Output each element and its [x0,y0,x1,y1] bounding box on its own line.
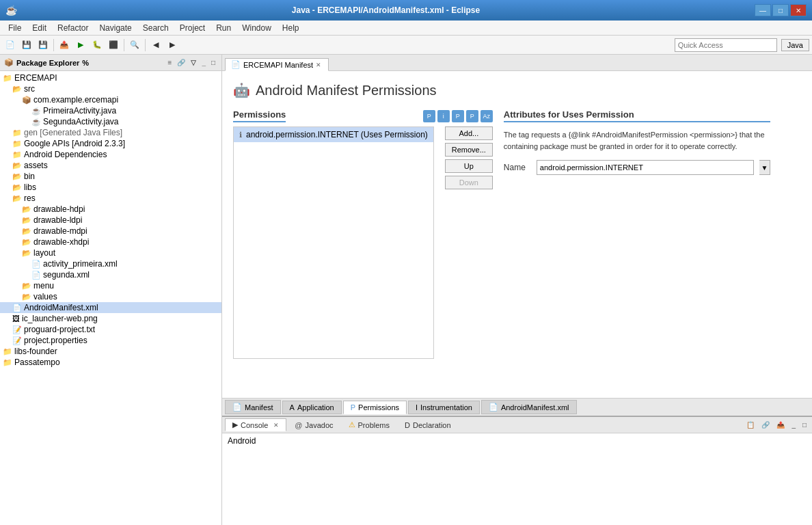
minimize-panel-button[interactable]: _ [200,58,208,67]
perm-icon-az[interactable]: Az [481,110,493,122]
console-tab-console[interactable]: ▶ Console ✕ [225,418,286,431]
tree-item[interactable]: 📂drawable-xhdpi [0,237,221,247]
perm-icon-p3[interactable]: P [466,110,478,122]
link-with-editor-button[interactable]: 🔗 [175,58,187,67]
title-bar: ☕ Java - ERCEMAPI/AndroidManifest.xml - … [0,0,812,21]
package-explorer-title: Package Explorer [16,59,79,67]
editor-bottom-tabs: 📄 Manifest A Application P Permissions I… [222,398,812,416]
up-permission-button[interactable]: Up [445,159,493,173]
tree-item[interactable]: 📂src [0,83,221,94]
tree-item-label: activity_primeira.xml [43,259,118,269]
tree-item[interactable]: ☕SegundaActivity.java [0,116,221,127]
toolbar-search[interactable]: 🔍 [127,38,142,53]
tree-item[interactable]: 📂drawable-hdpi [0,204,221,215]
tree-item[interactable]: ☕PrimeiraActivity.java [0,105,221,116]
console-tab-declaration[interactable]: D Declaration [398,420,458,431]
perm-icon-p2[interactable]: P [452,110,464,122]
tree-item[interactable]: 📁gen [Generated Java Files] [0,127,221,138]
tree-item[interactable]: 📝proguard-project.txt [0,324,221,335]
tree-item[interactable]: 📂assets [0,160,221,171]
toolbar-debug[interactable]: 🐛 [90,38,105,53]
tree-item[interactable]: 📝project.properties [0,335,221,346]
bottom-tab-permissions[interactable]: P Permissions [343,401,407,414]
tree-item[interactable]: 📂bin [0,171,221,182]
maximize-panel-button[interactable]: □ [209,58,217,67]
permission-item-internet[interactable]: ℹ android.permission.INTERNET (Uses Perm… [234,127,433,142]
menu-refactor[interactable]: Refactor [52,22,94,34]
menu-project[interactable]: Project [174,22,211,34]
menu-edit[interactable]: Edit [27,22,52,34]
tree-item[interactable]: 📂layout [0,247,221,258]
console-tab-javadoc[interactable]: @ Javadoc [288,420,340,431]
name-field-dropdown[interactable]: ▼ [759,160,770,175]
bottom-tab-application[interactable]: A Application [282,401,342,414]
tree-item[interactable]: 🖼ic_launcher-web.png [0,313,221,324]
menu-help[interactable]: Help [277,22,305,34]
javadoc-tab-label: Javadoc [306,421,334,429]
tree-item[interactable]: 📁Android Dependencies [0,149,221,160]
package-explorer-header: 📦 Package Explorer % ≡ 🔗 ▽ _ □ [0,55,221,71]
console-ctrl-2[interactable]: 🔗 [759,420,772,430]
console-tab-close[interactable]: ✕ [273,422,279,429]
manifest-sections: Permissions P i P P Az [233,109,801,359]
toolbar-new[interactable]: 📄 [3,38,18,53]
tree-item-label: ic_launcher-web.png [22,314,98,323]
tree-item[interactable]: 📁ERCEMAPI [0,72,221,83]
bottom-tab-instrumentation[interactable]: I Instrumentation [408,401,480,414]
tree-item[interactable]: 📂libs [0,182,221,193]
console-ctrl-3[interactable]: 📤 [774,420,787,430]
menu-file[interactable]: File [3,22,27,34]
down-permission-button[interactable]: Down [445,176,493,189]
tree-item[interactable]: 📂menu [0,280,221,291]
toolbar-save[interactable]: 💾 [19,38,34,53]
add-permission-button[interactable]: Add... [445,126,493,140]
tree-item[interactable]: 📦com.example.ercemapi [0,94,221,105]
maximize-button[interactable]: □ [772,4,789,16]
remove-permission-button[interactable]: Remove... [445,143,493,157]
toolbar-forward[interactable]: ▶ [165,38,180,53]
perm-icon-info[interactable]: i [437,110,450,122]
minimize-button[interactable]: — [755,4,771,16]
console-tab-problems[interactable]: ⚠ Problems [342,419,396,431]
toolbar-stop[interactable]: ⬛ [106,38,121,53]
toolbar-back[interactable]: ◀ [148,38,163,53]
console-ctrl-1[interactable]: 📋 [744,420,757,430]
tree-item[interactable]: 📁Passatempo [0,357,221,368]
toolbar-publish[interactable]: 📤 [57,38,72,53]
tree-item-icon: ☕ [31,107,41,116]
toolbar-save-all[interactable]: 💾 [36,38,51,53]
console-maximize[interactable]: □ [800,420,809,430]
menu-navigate[interactable]: Navigate [94,22,137,34]
tree-item[interactable]: 📂drawable-mdpi [0,226,221,237]
tree-item[interactable]: 📁libs-founder [0,346,221,357]
menu-run[interactable]: Run [211,22,236,34]
console-minimize[interactable]: _ [789,420,798,430]
bottom-tab-androidmanifest[interactable]: 📄 AndroidManifest.xml [481,400,577,414]
menu-window[interactable]: Window [236,22,277,34]
tree-item-icon: 📂 [22,238,31,247]
perm-icon-p1[interactable]: P [423,110,435,122]
manifest-tab[interactable]: 📄 ERCEMAPI Manifest ✕ [225,58,329,71]
tree-item[interactable]: 📄segunda.xml [0,269,221,280]
tree-item[interactable]: 📂values [0,291,221,302]
tree-item-icon: 📁 [12,150,22,159]
java-perspective-button[interactable]: Java [781,39,809,51]
menu-search[interactable]: Search [137,22,174,34]
tree-item[interactable]: 📁Google APIs [Android 2.3.3] [0,138,221,149]
manifest-tab-close[interactable]: ✕ [316,62,321,68]
tree-item[interactable]: 📂drawable-ldpi [0,215,221,226]
close-button[interactable]: ✕ [790,4,807,16]
manifest-tab-icon: 📄 [231,60,241,69]
collapse-all-button[interactable]: ≡ [166,58,174,67]
panel-menu-button[interactable]: ▽ [189,58,198,67]
permissions-section: Permissions P i P P Az [233,109,493,359]
package-explorer-icon: 📦 [4,58,14,67]
name-field-input[interactable] [537,160,754,175]
bottom-tab-manifest[interactable]: 📄 Manifest [225,400,281,414]
quick-access-input[interactable] [675,38,777,52]
tree-item[interactable]: 📂res [0,193,221,204]
tree-item[interactable]: 📄AndroidManifest.xml [0,302,221,313]
tree-item[interactable]: 📄activity_primeira.xml [0,258,221,269]
sep2 [124,39,124,51]
toolbar-run[interactable]: ▶ [73,38,88,53]
